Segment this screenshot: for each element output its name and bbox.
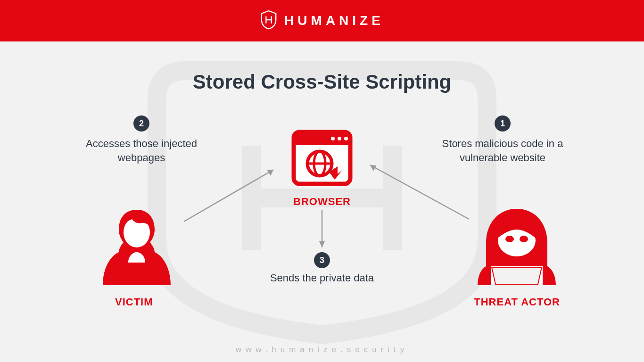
step-3-description: Sends the private data [251,271,393,285]
svg-line-0 [184,170,273,222]
step-3-number: 3 [320,255,324,265]
step-1-badge: 1 [495,115,511,132]
svg-point-18 [505,236,514,242]
svg-point-9 [331,137,335,140]
step-2-description: Accesses those injected webpages [80,137,203,165]
svg-point-10 [338,137,341,140]
diagram-area: 2 Accesses those injected webpages 1 Sto… [0,99,644,344]
browser-icon [287,125,357,197]
footer-url: www.humanize.security [0,345,644,354]
brand-name: HUMANIZE [284,13,384,28]
header-bar: HUMANIZE [0,0,644,41]
threat-actor-label: THREAT ACTOR [474,296,560,308]
browser-label: BROWSER [293,196,351,208]
svg-point-19 [520,236,528,242]
step-1-description: Stores malicious code in a vulnerable we… [432,137,573,165]
diagram-title: Stored Cross-Site Scripting [0,71,644,93]
victim-icon [99,205,174,292]
step-3-badge: 3 [314,252,330,268]
victim-label: VICTIM [115,296,153,308]
step-2-number: 2 [139,119,144,129]
step-1-number: 1 [500,119,505,129]
shield-logo-icon [260,10,278,32]
svg-point-11 [344,137,348,140]
threat-actor-icon [472,205,561,292]
step-2-badge: 2 [133,115,149,132]
svg-rect-8 [294,140,350,145]
svg-line-2 [370,165,469,219]
svg-marker-5 [319,241,325,247]
